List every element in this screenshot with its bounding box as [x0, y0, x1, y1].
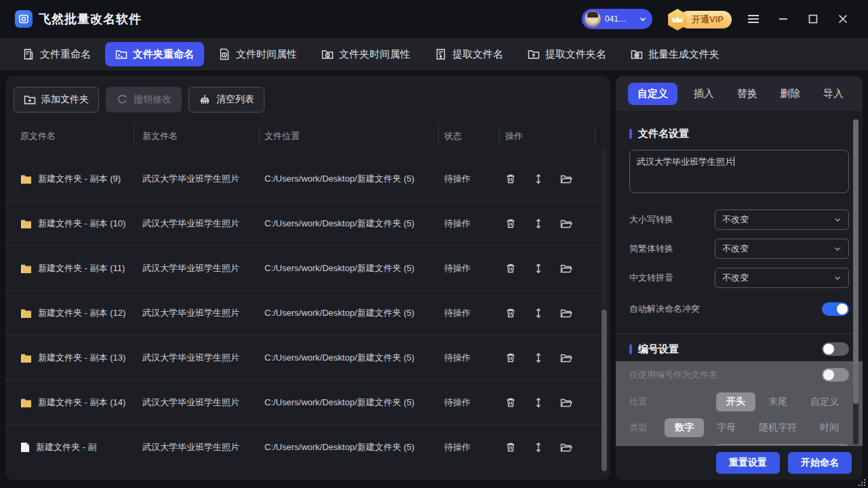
open-folder-icon[interactable] [559, 306, 574, 321]
clear-list-button[interactable]: 清空列表 [189, 87, 264, 113]
filename-section-header: 文件名设置 [629, 127, 849, 140]
close-button[interactable] [833, 9, 853, 29]
type-option-time[interactable]: 时间 [810, 418, 849, 437]
panel-tab-import[interactable]: 导入 [816, 83, 850, 104]
panel-tab-custom[interactable]: 自定义 [628, 83, 677, 105]
panel-tab-insert[interactable]: 插入 [687, 83, 721, 104]
file-rename-icon [22, 48, 35, 60]
move-row-icon[interactable] [531, 440, 546, 455]
status-label: 待操作 [444, 173, 471, 185]
open-folder-icon[interactable] [559, 171, 574, 186]
position-option-custom[interactable]: 自定义 [800, 392, 849, 411]
table-row[interactable]: 新建文件夹 - 副本 (11) 武汉大学毕业班学生照片 C:/Users/wor… [5, 246, 601, 291]
case-convert-select[interactable]: 不改变 [715, 209, 849, 230]
maximize-button[interactable] [803, 9, 823, 29]
add-folder-button[interactable]: 添加文件夹 [14, 87, 99, 113]
window-resize-grip[interactable] [859, 479, 866, 487]
file-location: C:/Users/work/Desktop/新建文件夹 (5) [264, 352, 414, 364]
tab-folder-rename[interactable]: 文件夹重命名 [105, 42, 204, 66]
numbering-enable-toggle[interactable] [822, 342, 849, 356]
panel-tab-replace[interactable]: 替换 [730, 83, 764, 104]
new-name: 武汉大学毕业班学生照片 [142, 396, 239, 409]
position-option-end[interactable]: 末尾 [758, 392, 797, 411]
table-row[interactable]: 新建文件夹 - 副本 (9) 武汉大学毕业班学生照片 C:/Users/work… [5, 157, 601, 201]
tab-batch-create-folder[interactable]: 批量生成文件夹 [620, 42, 730, 66]
delete-row-icon[interactable] [503, 216, 518, 231]
folder-icon [20, 308, 32, 319]
delete-row-icon[interactable] [503, 350, 518, 365]
new-name: 武汉大学毕业班学生照片 [142, 262, 239, 274]
move-row-icon[interactable] [531, 171, 546, 186]
folder-icon [20, 398, 32, 408]
tab-extract-filename[interactable]: 提取文件名 [425, 42, 513, 66]
move-row-icon[interactable] [531, 216, 546, 231]
panel-scrollbar-thumb[interactable] [853, 119, 859, 404]
move-row-icon[interactable] [531, 395, 546, 410]
old-name: 新建文件夹 - 副本 (14) [38, 396, 125, 409]
auto-resolve-row: 自动解决命名冲突 [629, 302, 849, 316]
tab-file-time[interactable]: 文件时间属性 [208, 42, 307, 66]
old-name: 新建文件夹 - 副本 (12) [38, 307, 125, 319]
old-name: 新建文件夹 - 副本 (9) [38, 173, 121, 185]
move-row-icon[interactable] [531, 350, 546, 365]
folder-time-icon [321, 48, 334, 60]
only-number-toggle[interactable] [822, 368, 849, 382]
titlebar: 飞然批量改名软件 041… 开通VIP [0, 0, 868, 38]
folder-icon [20, 264, 32, 274]
move-row-icon[interactable] [531, 306, 546, 321]
tab-file-rename[interactable]: 文件重命名 [12, 42, 101, 66]
delete-row-icon[interactable] [503, 306, 518, 321]
panel-body: 文件名设置 武汉大学毕业班学生照片 大小写转换 不改变 简繁体转换 不改变 中文… [616, 111, 863, 446]
table-row[interactable]: 新建文件夹 - 副 武汉大学毕业班学生照片 C:/Users/work/Desk… [5, 425, 601, 470]
open-folder-icon[interactable] [559, 395, 574, 410]
type-option-letter[interactable]: 字母 [707, 418, 746, 437]
tab-folder-time[interactable]: 文件夹时间属性 [311, 42, 420, 66]
pinyin-convert-row: 中文转拼音 不改变 [629, 268, 849, 288]
table-row[interactable]: 新建文件夹 - 副本 (10) 武汉大学毕业班学生照片 C:/Users/wor… [5, 201, 601, 246]
type-option-random[interactable]: 随机字符 [749, 418, 807, 437]
table-scrollbar[interactable] [601, 149, 607, 473]
open-folder-icon[interactable] [559, 350, 574, 365]
open-folder-icon[interactable] [559, 440, 574, 455]
delete-row-icon[interactable] [503, 395, 518, 410]
open-folder-icon[interactable] [559, 216, 574, 231]
delete-row-icon[interactable] [503, 171, 518, 186]
table-row[interactable]: 新建文件夹 - 副本 (14) 武汉大学毕业班学生照片 C:/Users/wor… [5, 380, 601, 425]
user-account-pill[interactable]: 041… [582, 9, 652, 29]
traditional-convert-select[interactable]: 不改变 [715, 239, 849, 259]
extract-foldername-icon [528, 48, 540, 60]
reset-settings-button[interactable]: 重置设置 [716, 452, 780, 474]
type-row: 类型 数字 字母 随机字符 时间 [629, 418, 849, 437]
delete-row-icon[interactable] [503, 440, 518, 455]
text-cursor [734, 157, 734, 166]
app-logo-icon [15, 10, 33, 28]
file-list-card: 添加文件夹 撤销修改 清空列表 原文件名 新文件名 文件位置 状态 操作 新建文… [5, 76, 610, 480]
start-rename-button[interactable]: 开始命名 [788, 452, 852, 474]
broom-icon [199, 94, 211, 106]
case-convert-row: 大小写转换 不改变 [629, 209, 849, 230]
menu-icon[interactable] [743, 9, 764, 29]
undo-button[interactable]: 撤销修改 [106, 87, 182, 113]
file-time-icon [218, 48, 231, 60]
folder-icon [20, 353, 32, 363]
panel-scrollbar[interactable] [853, 119, 859, 445]
col-header-old-name: 原文件名 [20, 130, 56, 142]
panel-tab-delete[interactable]: 删除 [773, 83, 807, 104]
pinyin-convert-select[interactable]: 不改变 [715, 268, 849, 288]
undo-icon [116, 94, 128, 106]
table-scrollbar-thumb[interactable] [601, 310, 607, 471]
type-option-number[interactable]: 数字 [665, 418, 704, 437]
tab-extract-foldername[interactable]: 提取文件夹名 [517, 42, 616, 66]
folder-rename-icon [115, 48, 127, 60]
delete-row-icon[interactable] [503, 261, 518, 276]
minimize-button[interactable] [773, 9, 793, 29]
auto-resolve-toggle[interactable] [822, 302, 849, 316]
position-option-start[interactable]: 开头 [716, 392, 755, 411]
move-row-icon[interactable] [531, 261, 546, 276]
open-folder-icon[interactable] [559, 261, 574, 276]
table-row[interactable]: 新建文件夹 - 副本 (13) 武汉大学毕业班学生照片 C:/Users/wor… [5, 336, 601, 380]
vip-upgrade-button[interactable]: 开通VIP [667, 10, 732, 29]
position-segmented: 开头 末尾 自定义 [716, 392, 849, 411]
table-row[interactable]: 新建文件夹 - 副本 (12) 武汉大学毕业班学生照片 C:/Users/wor… [5, 291, 601, 336]
filename-input[interactable]: 武汉大学毕业班学生照片 [629, 150, 849, 193]
